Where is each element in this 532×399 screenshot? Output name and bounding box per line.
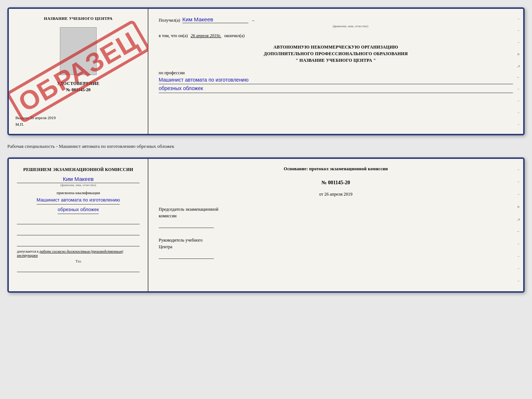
protocol-number: № 001145-20 <box>159 180 513 186</box>
from-date-row: от 26 апреля 2019 <box>159 192 513 197</box>
person-name-bottom: Ким Макеев <box>17 176 140 183</box>
top-right-content: Получил(а) Ким Макеев – (фамилия, имя, о… <box>159 16 513 93</box>
udostoverenie-label: УДОСТОВЕРЕНИЕ <box>57 81 100 86</box>
rukovoditel-signature <box>159 252 214 259</box>
org-block: АВТОНОМНУЮ НЕКОММЕРЧЕСКУЮ ОРГАНИЗАЦИЮ ДО… <box>159 44 513 64</box>
predsedatel-signature <box>159 221 214 228</box>
rukovoditel-block: Руководитель учебного Центра <box>159 237 513 259</box>
org-line1: АВТОНОМНУЮ НЕКОММЕРЧЕСКУЮ ОРГАНИЗАЦИЮ <box>159 44 513 50</box>
blank-line-3 <box>17 240 140 246</box>
blank-line-2 <box>17 229 140 235</box>
org-name: " НАЗВАНИЕ УЧЕБНОГО ЦЕНТРА " <box>159 57 513 64</box>
okonchil-label: окончил(а) <box>224 33 244 39</box>
profession-line2-top: обрезных обложек <box>159 84 513 93</box>
vtom-label: в том, что он(а) <box>159 33 188 39</box>
vtom-row: в том, что он(а) 26 апреля 2019г. окончи… <box>159 33 513 39</box>
school-title-top: НАЗВАНИЕ УЧЕБНОГО ЦЕНТРА <box>44 16 113 21</box>
vydano-date: 26 апреля 2019 <box>30 115 55 120</box>
poluchil-label: Получил(а) <box>159 18 180 23</box>
tto-mark: Tto <box>75 259 81 263</box>
recipient-name-top: Ким Макеев <box>182 16 248 23</box>
vydano-row: Выдано 26 апреля 2019 <box>15 108 55 120</box>
profession-line2-bottom: обрезных обложек <box>58 206 99 214</box>
photo-placeholder <box>60 27 97 75</box>
mp-label: М.П. <box>15 122 24 127</box>
certificate-number-top: № 001145-20 <box>66 87 90 93</box>
separator-text: Рабочая специальность - Машинист автомат… <box>7 142 525 151</box>
top-left-panel: НАЗВАНИЕ УЧЕБНОГО ЦЕНТРА УДОСТОВЕРЕНИЕ №… <box>9 9 148 134</box>
predsedatel-block: Председатель экзаменационной комиссии <box>159 206 513 228</box>
vtom-date: 26 апреля 2019г. <box>191 33 221 39</box>
osnovaniye-title: Основание: протокол экзаменационной коми… <box>159 166 513 172</box>
vydano-label: Выдано <box>15 115 29 120</box>
bottom-left-panel: Решением экзаменационной комиссии Ким Ма… <box>9 159 148 291</box>
exam-commission-title: Решением экзаменационной комиссии <box>23 166 133 173</box>
bottom-right-content: Основание: протокол экзаменационной коми… <box>159 166 513 259</box>
profession-section-top: по профессии Машинист автомата по изгото… <box>159 69 513 93</box>
top-document-card: НАЗВАНИЕ УЧЕБНОГО ЦЕНТРА УДОСТОВЕРЕНИЕ №… <box>7 7 525 135</box>
page-container: НАЗВАНИЕ УЧЕБНОГО ЦЕНТРА УДОСТОВЕРЕНИЕ №… <box>7 7 525 293</box>
rukovoditel-line2: Центра <box>159 243 513 250</box>
recipient-row: Получил(а) Ким Макеев – <box>159 16 513 23</box>
bottom-lines-section <box>17 218 140 246</box>
profession-line1-bottom: Машинист автомата по изготовлению <box>37 196 120 204</box>
kvalifikaciya-label: присвоена квалификация <box>57 190 100 195</box>
rukovoditel-line1: Руководитель учебного <box>159 237 513 243</box>
fio-sublabel-top: (фамилия, имя, отчество) <box>188 24 513 28</box>
top-right-panel: Получил(а) Ким Макеев – (фамилия, имя, о… <box>148 9 523 134</box>
po-professii-label: по профессии <box>159 70 513 76</box>
profession-line1-top: Машинист автомата по изготовлению <box>159 76 513 84</box>
dash-after-name: – <box>252 18 254 23</box>
bottom-document-card: Решением экзаменационной комиссии Ким Ма… <box>7 157 525 293</box>
ot-label: от <box>319 192 323 197</box>
org-line2: ДОПОЛНИТЕЛЬНОГО ПРОФЕССИОНАЛЬНОГО ОБРАЗО… <box>159 50 513 57</box>
fio-sublabel-bottom: (фамилия, имя, отчество) <box>17 183 140 187</box>
допускается-label: допускается к <box>17 249 39 253</box>
protocol-date: 26 апреля 2019 <box>324 192 352 197</box>
right-edge-marks-top: – – – и ‚а ← – – – – <box>517 9 520 134</box>
bottom-right-panel: Основание: протокол экзаменационной коми… <box>148 159 523 291</box>
допускается-block: допускается к работе согласно должностны… <box>17 249 140 257</box>
predsedatel-line2: комиссии <box>159 213 513 219</box>
blank-line-1 <box>17 218 140 224</box>
right-edge-marks-bottom: – – – и ‚а ← – – – – <box>517 159 520 291</box>
predsedatel-line1: Председатель экзаменационной <box>159 206 513 213</box>
blank-line-4 <box>17 266 140 272</box>
